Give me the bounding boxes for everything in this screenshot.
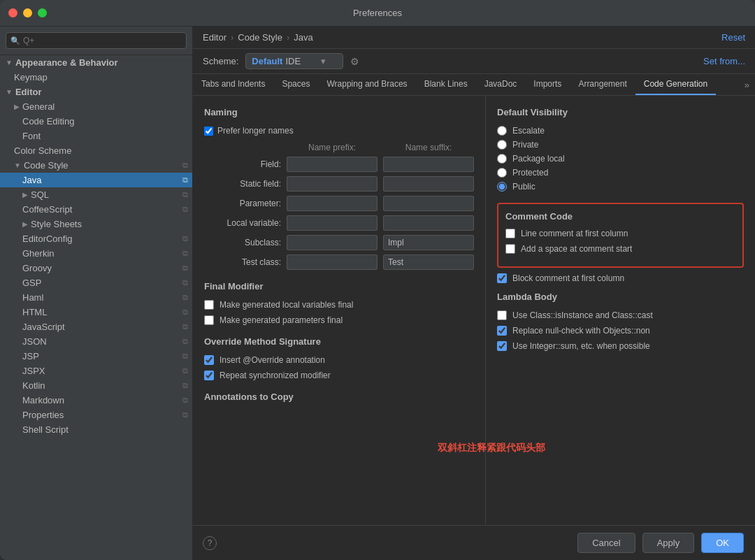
sidebar: 🔍 ▼ Appearance & Behavior Keymap ▼ Edito… — [0, 27, 193, 560]
copy-icon: ⧉ — [182, 278, 188, 287]
set-from-button[interactable]: Set from... — [703, 56, 745, 66]
local-variable-suffix-input[interactable] — [383, 215, 474, 231]
params-final-checkbox[interactable] — [204, 315, 214, 325]
sidebar-item-label: Haml — [22, 292, 43, 303]
sidebar-item-coffeescript[interactable]: CoffeeScript ⧉ — [0, 202, 192, 217]
block-comment-first-col-checkbox[interactable] — [497, 273, 507, 283]
tab-code-generation[interactable]: Code Generation — [635, 74, 716, 95]
sidebar-item-label: Editor — [15, 87, 42, 97]
sidebar-item-editorconfig[interactable]: EditorConfig ⧉ — [0, 231, 192, 246]
sidebar-item-html[interactable]: HTML ⧉ — [0, 305, 192, 320]
tab-javadoc[interactable]: JavaDoc — [476, 74, 526, 95]
sidebar-item-color-scheme[interactable]: Color Scheme — [0, 143, 192, 158]
protected-radio[interactable] — [497, 168, 507, 178]
copy-icon: ⧉ — [182, 396, 188, 405]
close-button[interactable] — [8, 8, 17, 17]
sidebar-item-gherkin[interactable]: Gherkin ⧉ — [0, 246, 192, 261]
sidebar-item-shell-script[interactable]: Shell Script — [0, 422, 192, 437]
search-input[interactable] — [6, 32, 187, 49]
sidebar-item-label: HTML — [22, 307, 47, 317]
maximize-button[interactable] — [38, 8, 47, 17]
copy-icon: ⧉ — [182, 337, 188, 346]
reset-button[interactable]: Reset — [721, 32, 745, 43]
final-modifier-title: Final Modifier — [204, 281, 474, 292]
minimize-button[interactable] — [23, 8, 32, 17]
sidebar-item-label: Appearance & Behavior — [15, 57, 118, 68]
subclass-suffix-input[interactable] — [383, 235, 474, 250]
tab-spaces[interactable]: Spaces — [273, 74, 318, 95]
static-field-suffix-input[interactable] — [383, 176, 474, 192]
sidebar-item-json[interactable]: JSON ⧉ — [0, 334, 192, 349]
annotations-to-copy-section: Annotations to Copy — [204, 392, 474, 402]
local-variable-prefix-input[interactable] — [287, 215, 378, 231]
sidebar-item-jspx[interactable]: JSPX ⧉ — [0, 364, 192, 378]
replace-null-check-checkbox[interactable] — [497, 326, 507, 336]
sidebar-item-markdown[interactable]: Markdown ⧉ — [0, 393, 192, 408]
sidebar-item-sql[interactable]: ▶ SQL ⧉ — [0, 187, 192, 202]
sidebar-item-appearance[interactable]: ▼ Appearance & Behavior — [0, 55, 192, 70]
parameter-suffix-input[interactable] — [383, 196, 474, 211]
apply-button[interactable]: Apply — [642, 533, 695, 553]
tab-tabs-indents[interactable]: Tabs and Indents — [193, 74, 273, 95]
sidebar-item-properties[interactable]: Properties ⧉ — [0, 408, 192, 422]
sidebar-item-groovy[interactable]: Groovy ⧉ — [0, 261, 192, 275]
sidebar-item-editor[interactable]: ▼ Editor — [0, 85, 192, 99]
sidebar-item-general[interactable]: ▶ General — [0, 99, 192, 114]
public-row: Public — [497, 182, 744, 192]
repeat-synchronized-checkbox[interactable] — [204, 371, 214, 380]
static-field-prefix-input[interactable] — [287, 176, 378, 192]
sidebar-item-font[interactable]: Font — [0, 129, 192, 143]
static-field-label: Static field: — [204, 179, 281, 189]
tab-arrangement[interactable]: Arrangement — [570, 74, 635, 95]
prefer-longer-checkbox[interactable] — [204, 127, 213, 136]
sidebar-item-label: Groovy — [22, 263, 52, 273]
sidebar-item-haml[interactable]: Haml ⧉ — [0, 290, 192, 305]
sidebar-item-java[interactable]: Java ⧉ — [0, 173, 192, 187]
local-vars-final-checkbox[interactable] — [204, 300, 214, 310]
local-variable-label: Local variable: — [204, 218, 281, 228]
public-radio[interactable] — [497, 182, 507, 192]
tab-blank-lines[interactable]: Blank Lines — [416, 74, 476, 95]
ok-button[interactable]: OK — [701, 533, 744, 553]
name-prefix-header: Name prefix: — [287, 143, 378, 152]
tabs-more-icon[interactable]: » — [739, 75, 755, 95]
sidebar-item-jsp[interactable]: JSP ⧉ — [0, 349, 192, 364]
parameter-prefix-input[interactable] — [287, 196, 378, 211]
private-radio[interactable] — [497, 140, 507, 150]
tab-imports[interactable]: Imports — [525, 74, 570, 95]
escalate-radio[interactable] — [497, 126, 507, 136]
scheme-dropdown[interactable]: Default IDE ▾ — [245, 53, 343, 69]
local-vars-final-label: Make generated local variables final — [220, 300, 353, 310]
override-annotation-checkbox[interactable] — [204, 355, 214, 365]
sidebar-item-code-style[interactable]: ▼ Code Style ⧉ — [0, 158, 192, 173]
sidebar-item-code-editing[interactable]: Code Editing — [0, 114, 192, 129]
tab-wrapping-braces[interactable]: Wrapping and Braces — [318, 74, 415, 95]
subclass-prefix-input[interactable] — [287, 235, 378, 250]
sidebar-item-javascript[interactable]: JavaScript ⧉ — [0, 320, 192, 334]
sidebar-item-gsp[interactable]: GSP ⧉ — [0, 275, 192, 290]
sidebar-item-keymap[interactable]: Keymap — [0, 70, 192, 85]
field-prefix-input[interactable] — [287, 157, 378, 172]
copy-icon: ⧉ — [182, 264, 188, 273]
add-space-comment-checkbox[interactable] — [505, 244, 515, 254]
cancel-button[interactable]: Cancel — [577, 533, 635, 553]
line-comment-first-col-checkbox[interactable] — [505, 229, 515, 238]
use-class-isinstance-label: Use Class::isInstance and Class::cast — [512, 310, 653, 320]
sidebar-item-label: CoffeeScript — [22, 204, 72, 215]
breadcrumb-sep2: › — [287, 32, 289, 43]
test-class-suffix-input[interactable] — [383, 254, 474, 270]
sidebar-item-label: JavaScript — [22, 322, 65, 332]
main-content: 🔍 ▼ Appearance & Behavior Keymap ▼ Edito… — [0, 27, 755, 560]
test-class-prefix-input[interactable] — [287, 254, 378, 270]
use-class-isinstance-checkbox[interactable] — [497, 310, 507, 320]
params-final-label: Make generated parameters final — [220, 315, 343, 325]
sidebar-item-kotlin[interactable]: Kotlin ⧉ — [0, 378, 192, 393]
help-button[interactable]: ? — [203, 536, 217, 550]
sidebar-item-style-sheets[interactable]: ▶ Style Sheets — [0, 217, 192, 231]
sidebar-item-label: Color Scheme — [14, 145, 71, 156]
field-suffix-input[interactable] — [383, 157, 474, 172]
use-integer-sum-checkbox[interactable] — [497, 341, 507, 351]
replace-null-check-row: Replace null-check with Objects::non — [497, 326, 744, 336]
gear-icon[interactable]: ⚙ — [350, 56, 359, 67]
package-local-radio[interactable] — [497, 154, 507, 164]
